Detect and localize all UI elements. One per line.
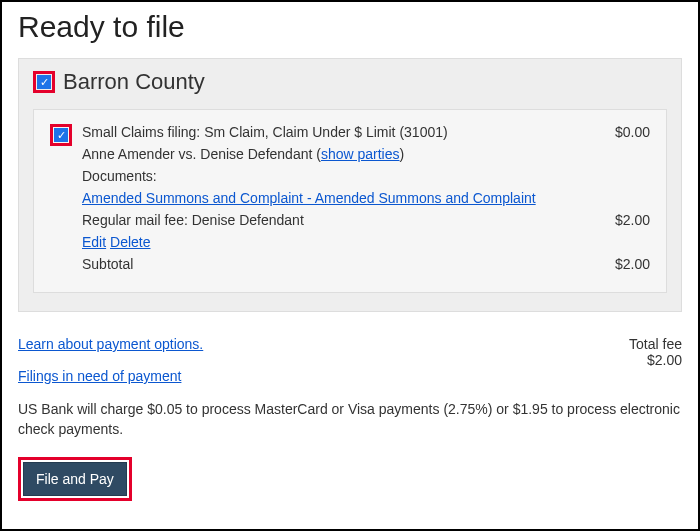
total-block: Total fee $2.00 bbox=[629, 336, 682, 384]
page-title: Ready to file bbox=[18, 10, 682, 44]
total-label: Total fee bbox=[629, 336, 682, 352]
county-panel: ✓ Barron County ✓ Small Claims filing: S… bbox=[18, 58, 682, 312]
edit-link[interactable]: Edit bbox=[82, 234, 106, 250]
payment-disclaimer: US Bank will charge $0.05 to process Mas… bbox=[18, 400, 682, 439]
document-link[interactable]: Amended Summons and Complaint - Amended … bbox=[82, 190, 536, 206]
county-header: ✓ Barron County bbox=[33, 69, 667, 95]
filing-description: Small Claims filing: Sm Claim, Claim Und… bbox=[82, 124, 595, 140]
filing-checkbox[interactable]: ✓ bbox=[54, 128, 68, 142]
parties-close: ) bbox=[400, 146, 405, 162]
filing-checkbox-highlight: ✓ bbox=[50, 124, 72, 146]
filing-parties: Anne Amender vs. Denise Defendant (show … bbox=[82, 146, 650, 162]
file-and-pay-highlight: File and Pay bbox=[18, 457, 132, 501]
payment-options-link[interactable]: Learn about payment options. bbox=[18, 336, 203, 352]
footer-row: Learn about payment options. Filings in … bbox=[18, 336, 682, 384]
filing-row: ✓ Small Claims filing: Sm Claim, Claim U… bbox=[50, 124, 650, 278]
mail-fee-label: Regular mail fee: Denise Defendant bbox=[82, 212, 595, 228]
county-checkbox[interactable]: ✓ bbox=[37, 75, 51, 89]
subtotal-amount: $2.00 bbox=[595, 256, 650, 272]
ready-to-file-panel: Ready to file ✓ Barron County ✓ Small Cl… bbox=[0, 0, 700, 531]
show-parties-link[interactable]: show parties bbox=[321, 146, 400, 162]
filing-description-amount: $0.00 bbox=[595, 124, 650, 140]
documents-label: Documents: bbox=[82, 168, 650, 184]
subtotal-label: Subtotal bbox=[82, 256, 595, 272]
county-checkbox-highlight: ✓ bbox=[33, 71, 55, 93]
total-amount: $2.00 bbox=[629, 352, 682, 368]
county-name: Barron County bbox=[63, 69, 205, 95]
filings-need-payment-link[interactable]: Filings in need of payment bbox=[18, 368, 203, 384]
filing-body: Small Claims filing: Sm Claim, Claim Und… bbox=[82, 124, 650, 278]
filing-panel: ✓ Small Claims filing: Sm Claim, Claim U… bbox=[33, 109, 667, 293]
file-and-pay-button[interactable]: File and Pay bbox=[23, 462, 127, 496]
mail-fee-amount: $2.00 bbox=[595, 212, 650, 228]
delete-link[interactable]: Delete bbox=[110, 234, 150, 250]
parties-text: Anne Amender vs. Denise Defendant ( bbox=[82, 146, 321, 162]
